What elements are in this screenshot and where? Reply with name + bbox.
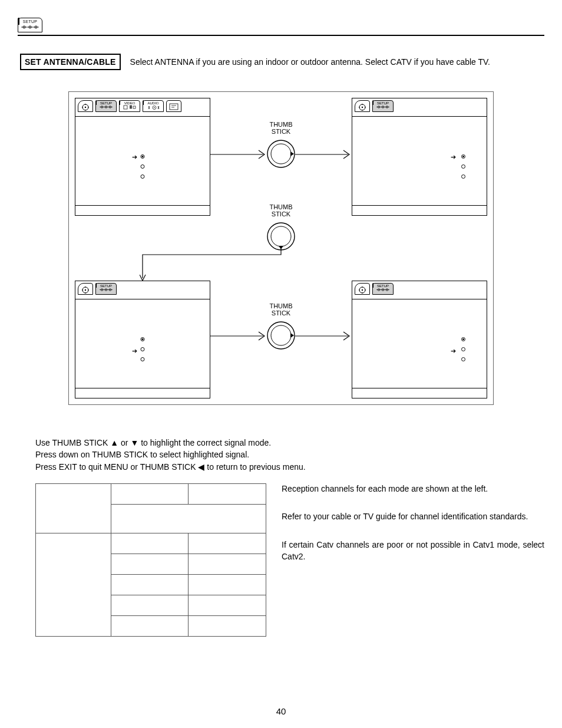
header-setup-label: SETUP xyxy=(21,19,39,24)
mode-channel-table xyxy=(35,483,266,637)
left-triangle-icon: ◀ xyxy=(198,462,204,472)
tab-knob-icon xyxy=(355,100,370,112)
svg-point-6 xyxy=(35,27,36,27)
svg-point-27 xyxy=(362,107,363,108)
svg-rect-19 xyxy=(130,107,132,108)
side-notes: Reception channels for each mode are sho… xyxy=(282,483,544,579)
pointer-icon: ➔ xyxy=(132,154,137,160)
thumbstick-label: THUMB STICK xyxy=(263,204,299,218)
pointer-icon: ➔ xyxy=(132,348,137,354)
tab-video: VIDEO xyxy=(119,100,140,112)
svg-point-4 xyxy=(29,27,30,27)
svg-marker-64 xyxy=(290,333,294,338)
thumbstick-knob-icon xyxy=(266,139,296,169)
section-title: SET ANTENNA/CABLE xyxy=(20,54,121,70)
arrow-icon xyxy=(210,330,269,342)
option-dots xyxy=(141,154,145,179)
thumbstick-label: THUMB STICK xyxy=(263,303,299,317)
svg-rect-23 xyxy=(170,104,178,110)
flow-diagram: SETUP VIDEO AUDIO ➔ SETUP ➔ xyxy=(68,91,494,405)
tab-setup: SETUP xyxy=(372,283,394,295)
note-text: Refer to your cable or TV guide for chan… xyxy=(282,511,544,523)
tab-setup: SETUP xyxy=(372,100,394,112)
down-triangle-icon: ▼ xyxy=(130,438,138,447)
arrow-icon xyxy=(210,149,269,160)
page-number: 40 xyxy=(0,706,562,716)
svg-point-60 xyxy=(271,226,291,246)
screen-panel-4: SETUP ➔ xyxy=(352,281,487,398)
screen-panel-1: SETUP VIDEO AUDIO ➔ xyxy=(75,98,210,216)
tab-setup: SETUP xyxy=(95,100,117,112)
thumbstick-label: THUMB STICK xyxy=(263,121,299,135)
screen-panel-2: SETUP ➔ xyxy=(352,98,487,216)
note-text: Reception channels for each mode are sho… xyxy=(282,483,544,495)
svg-point-2 xyxy=(24,27,24,27)
instruction-line: Press EXIT to quit MENU or THUMB STICK ◀… xyxy=(35,461,544,473)
instruction-line: Use THUMB STICK ▲ or ▼ to highlight the … xyxy=(35,437,544,449)
thumbstick-knob-icon xyxy=(266,321,296,350)
option-dots xyxy=(461,154,465,179)
svg-point-8 xyxy=(85,107,86,108)
instruction-line: Press down on THUMB STICK to select high… xyxy=(35,449,544,460)
svg-rect-20 xyxy=(133,106,135,108)
svg-point-63 xyxy=(271,325,291,345)
arrow-icon xyxy=(140,249,287,284)
svg-point-47 xyxy=(362,289,363,291)
svg-marker-58 xyxy=(290,151,294,156)
tab-extra-icon xyxy=(166,100,181,112)
tab-setup: SETUP xyxy=(95,283,117,295)
tab-knob-icon xyxy=(78,100,93,112)
header-rule xyxy=(18,35,544,36)
svg-point-57 xyxy=(271,144,291,164)
tab-audio: AUDIO xyxy=(143,100,164,112)
option-dots xyxy=(461,337,465,361)
slider-glyph-icon xyxy=(21,25,39,29)
svg-point-22 xyxy=(154,107,155,108)
header-setup-chip: SETUP xyxy=(18,18,42,32)
arrow-icon xyxy=(295,149,354,160)
screen-panel-3: SETUP ➔ xyxy=(75,281,210,398)
svg-rect-18 xyxy=(130,106,132,107)
tab-knob-icon xyxy=(78,283,93,295)
tab-knob-icon xyxy=(355,283,370,295)
up-triangle-icon: ▲ xyxy=(110,438,118,447)
svg-point-37 xyxy=(85,289,86,291)
pointer-icon: ➔ xyxy=(451,348,456,354)
option-dots xyxy=(141,337,145,361)
section-description: Select ANTENNA if you are using an indoo… xyxy=(130,57,490,67)
note-text: If certain Catv channels are poor or not… xyxy=(282,539,544,562)
instruction-block: Use THUMB STICK ▲ or ▼ to highlight the … xyxy=(35,437,544,473)
svg-rect-17 xyxy=(124,106,127,109)
arrow-icon xyxy=(295,330,354,342)
thumbstick-knob-icon xyxy=(266,222,296,251)
pointer-icon: ➔ xyxy=(451,154,456,160)
